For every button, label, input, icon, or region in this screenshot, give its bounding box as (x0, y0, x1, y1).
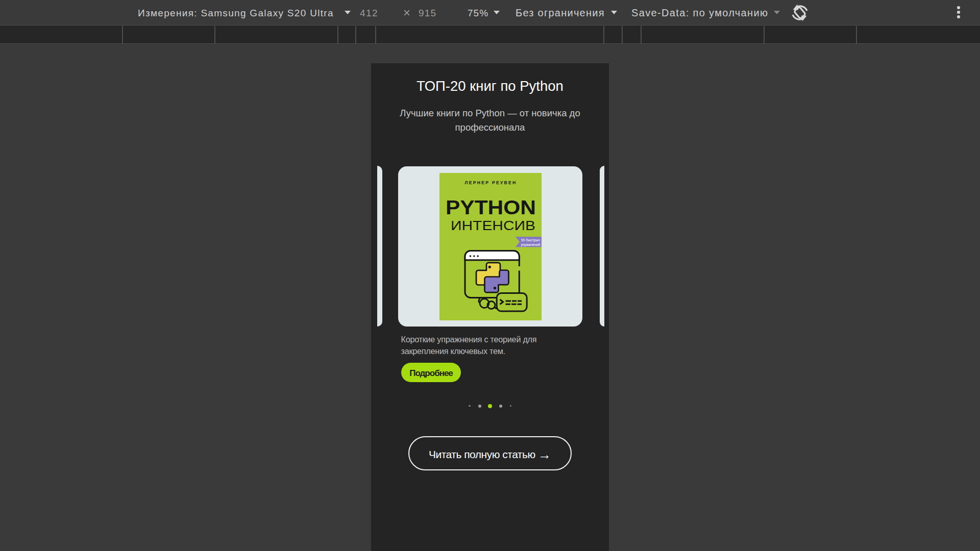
svg-text:упражнений: упражнений (521, 242, 540, 246)
svg-text:50 быстрых: 50 быстрых (521, 238, 540, 242)
svg-text:ИНТЕНСИВ: ИНТЕНСИВ (451, 218, 535, 233)
svg-text:PYTHON: PYTHON (446, 196, 536, 218)
svg-text:ЛЕРНЕР РЕУВЕН: ЛЕРНЕР РЕУВЕН (465, 180, 517, 185)
